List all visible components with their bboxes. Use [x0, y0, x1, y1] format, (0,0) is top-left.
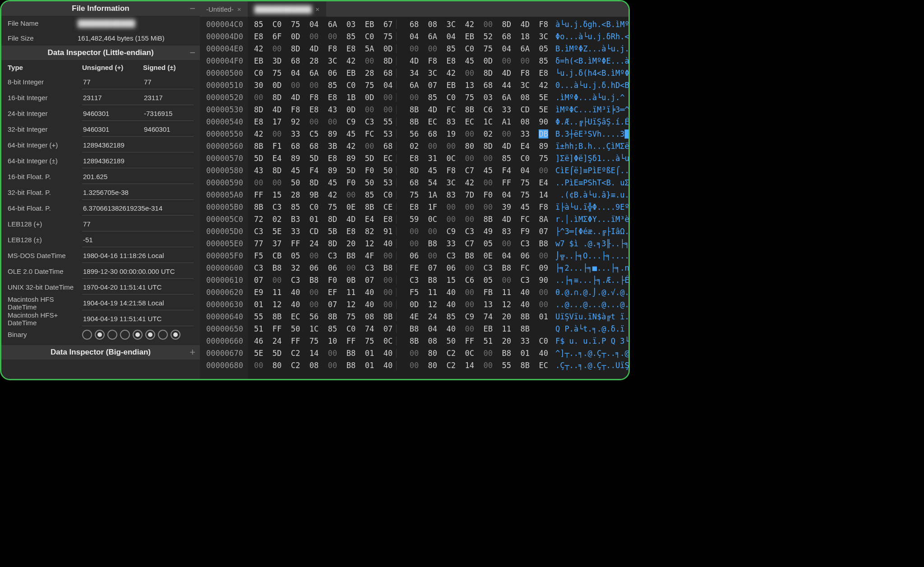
binary-bit[interactable] [120, 330, 130, 340]
di-type-label: 8-bit Integer [8, 78, 82, 86]
di-value[interactable]: 12894362189 [82, 138, 194, 152]
binary-bit[interactable] [133, 330, 143, 340]
collapse-icon[interactable]: − [189, 48, 195, 58]
di-type-label: UNIX 32-bit DateTime [8, 283, 82, 291]
di-row: Macintosh HFS+ DateTime1904-04-19 11:51:… [1, 311, 200, 327]
hex-editor[interactable]: 000004C0 000004D0 000004E0 000004F0 0000… [200, 17, 628, 379]
collapse-icon[interactable]: − [189, 4, 195, 14]
di-value[interactable]: 1970-04-20 11:51:41 UTC [82, 280, 194, 295]
di-column-headers: Type Unsigned (+) Signed (±) [1, 60, 200, 74]
file-name-value: ████████████ [78, 19, 194, 27]
file-size-value: 161,482,464 bytes (155 MiB) [78, 34, 194, 42]
di-type-label: 64-bit Integer (+) [8, 141, 82, 149]
di-row: MS-DOS DateTime1980-04-16 11:18:26 Local [1, 248, 200, 263]
file-size-label: File Size [8, 34, 78, 42]
binary-bit[interactable] [82, 330, 92, 340]
di-signed-value[interactable]: 9460301 [143, 122, 194, 137]
tab-label: ████████████ [254, 5, 312, 13]
di-unsigned-value[interactable]: 77 [82, 75, 143, 89]
di-type-label: 16-bit Integer [8, 94, 82, 101]
data-inspector-le-title: Data Inspector (Little-endian) [47, 48, 153, 57]
tab[interactable]: ████████████× [248, 1, 326, 17]
di-type-label: 32-bit Integer [8, 125, 82, 133]
di-row: OLE 2.0 DateTime1899-12-30 00:00:00.000 … [1, 263, 200, 279]
di-type-label: OLE 2.0 DateTime [8, 267, 82, 275]
data-inspector-be-title: Data Inspector (Big-endian) [51, 348, 151, 357]
binary-bit[interactable] [171, 330, 180, 340]
di-signed-value[interactable]: 77 [143, 75, 194, 89]
main-area: -Untitled-×████████████× 000004C0 000004… [200, 1, 628, 379]
di-type-label: 32-bit Float. P. [8, 189, 82, 196]
tab[interactable]: -Untitled-× [200, 1, 248, 17]
di-row: 16-bit Integer2311723117 [1, 90, 200, 106]
ascii-column[interactable]: à└u.j.δgh.<B.ìMº Φo...à└u.j.δRh.< B.ìMºΦ… [548, 17, 628, 379]
sidebar: File Information − File Name ███████████… [1, 1, 200, 379]
close-icon[interactable]: × [315, 5, 319, 13]
di-value[interactable]: 12894362189 [82, 154, 194, 168]
di-row: 16-bit Float. P.201.625 [1, 169, 200, 184]
di-rows: 8-bit Integer777716-bit Integer231172311… [1, 74, 200, 327]
di-value[interactable]: 1904-04-19 14:21:58 Local [82, 296, 194, 310]
di-binary-row: Binary [1, 327, 200, 342]
expand-icon[interactable]: + [189, 347, 195, 357]
di-row: 8-bit Integer7777 [1, 74, 200, 90]
binary-bit[interactable] [158, 330, 168, 340]
di-type-label: LEB128 (±) [8, 236, 82, 244]
di-row: Macintosh HFS DateTime1904-04-19 14:21:5… [1, 295, 200, 311]
di-unsigned-value[interactable]: 9460301 [82, 106, 143, 121]
di-row: 32-bit Float. P.1.3256705e-38 [1, 184, 200, 200]
di-type-label: 64-bit Integer (±) [8, 157, 82, 165]
binary-bit[interactable] [107, 330, 117, 340]
di-unsigned-value[interactable]: 23117 [82, 91, 143, 105]
tab-label: -Untitled- [206, 5, 234, 13]
di-type-label: LEB128 (+) [8, 220, 82, 228]
di-unsigned-value[interactable]: 9460301 [82, 122, 143, 137]
app-window: File Information − File Name ███████████… [0, 0, 630, 380]
di-type-label: 64-bit Float. P. [8, 204, 82, 212]
di-binary-bits [82, 330, 194, 340]
di-row: 24-bit Integer9460301-7316915 [1, 106, 200, 121]
di-row: UNIX 32-bit DateTime1970-04-20 11:51:41 … [1, 279, 200, 295]
data-inspector-be-header: Data Inspector (Big-endian) + [1, 345, 200, 360]
binary-bit[interactable] [145, 330, 155, 340]
di-value[interactable]: 6.370661382619235e-314 [82, 201, 194, 216]
file-info-title: File Information [72, 4, 129, 13]
file-name-label: File Name [8, 19, 78, 27]
di-type-label: 24-bit Integer [8, 110, 82, 117]
di-head-unsigned: Unsigned (+) [82, 64, 143, 71]
file-name-row: File Name ████████████ [1, 16, 200, 31]
di-value[interactable]: -51 [82, 233, 194, 247]
di-value[interactable]: 1980-04-16 11:18:26 Local [82, 249, 194, 263]
tab-bar: -Untitled-×████████████× [200, 1, 628, 17]
di-type-label: Macintosh HFS+ DateTime [8, 311, 82, 327]
file-info-header: File Information − [1, 1, 200, 16]
close-icon[interactable]: × [237, 5, 241, 13]
di-head-type: Type [8, 64, 82, 71]
file-size-row: File Size 161,482,464 bytes (155 MiB) [1, 31, 200, 46]
di-value[interactable]: 1904-04-19 11:51:41 UTC [82, 312, 194, 326]
di-value[interactable]: 1899-12-30 00:00:00.000 UTC [82, 264, 194, 279]
di-signed-value[interactable]: -7316915 [143, 106, 194, 121]
di-type-label: Macintosh HFS DateTime [8, 295, 82, 311]
offset-gutter: 000004C0 000004D0 000004E0 000004F0 0000… [200, 17, 248, 379]
di-type-label: MS-DOS DateTime [8, 252, 82, 259]
di-value[interactable]: 201.625 [82, 170, 194, 184]
di-value[interactable]: 1.3256705e-38 [82, 185, 194, 200]
binary-bit[interactable] [95, 330, 105, 340]
di-type-label: 16-bit Float. P. [8, 173, 82, 180]
di-signed-value[interactable]: 23117 [143, 91, 194, 105]
hex-bytes[interactable]: 85 C0 75 04 6A 03 EB 67 68 08 3C 42 00 8… [248, 17, 548, 379]
di-row: 64-bit Integer (+)12894362189 [1, 137, 200, 153]
di-row: 64-bit Float. P.6.370661382619235e-314 [1, 200, 200, 216]
di-row: LEB128 (+)77 [1, 216, 200, 232]
data-inspector-le-header: Data Inspector (Little-endian) − [1, 46, 200, 60]
di-binary-label: Binary [8, 331, 82, 338]
di-row: 32-bit Integer94603019460301 [1, 121, 200, 137]
di-row: LEB128 (±)-51 [1, 232, 200, 248]
di-head-signed: Signed (±) [143, 64, 193, 71]
di-value[interactable]: 77 [82, 217, 194, 231]
di-row: 64-bit Integer (±)12894362189 [1, 153, 200, 169]
